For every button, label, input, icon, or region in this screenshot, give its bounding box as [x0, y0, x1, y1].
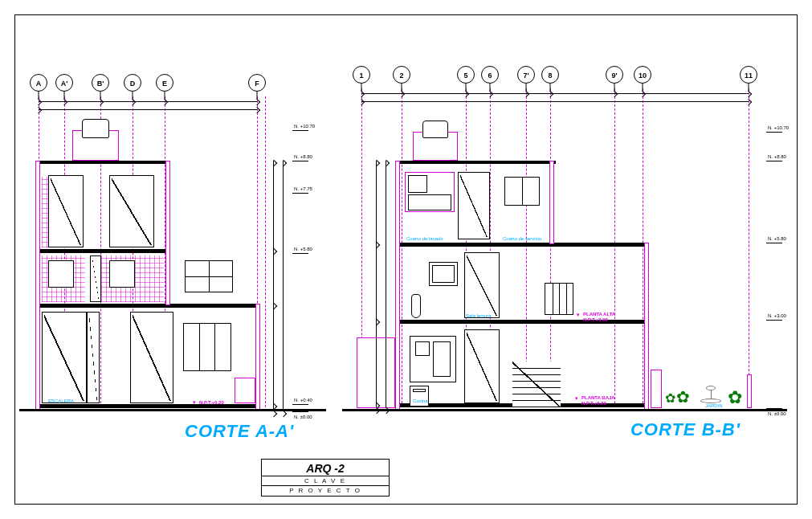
ground-line	[342, 409, 787, 411]
door	[90, 255, 101, 302]
room-label: Cocina	[413, 398, 428, 403]
plant-icon: ✿	[676, 387, 690, 407]
plant-icon: ✿	[728, 387, 742, 408]
level-label: N. +3.00	[768, 313, 786, 318]
water-tank-icon	[422, 121, 448, 138]
tile-hatch	[42, 177, 48, 247]
npt-label: N.P.T.+3.00	[583, 317, 608, 322]
window	[185, 260, 233, 292]
door	[464, 252, 500, 318]
sheet-clave: C L A V E	[262, 476, 389, 486]
door	[109, 175, 154, 247]
npt-marker-icon: ▾	[193, 399, 196, 406]
level-line	[292, 130, 308, 131]
dim-row-top	[39, 101, 257, 102]
gridline-11	[749, 88, 749, 411]
slab-floor3	[35, 249, 170, 253]
gridline-2	[402, 88, 402, 411]
level-line	[766, 243, 782, 243]
staircase	[512, 362, 561, 407]
toilet-icon	[411, 294, 421, 318]
wall-left	[395, 161, 400, 410]
level-line	[292, 193, 308, 194]
level-label: N. ±0.00	[294, 415, 312, 419]
glazed-door	[87, 312, 100, 403]
dim-vert	[376, 161, 377, 408]
wall-mid-top	[549, 161, 554, 244]
room-label: JARDIN	[705, 403, 723, 408]
wall-mid	[165, 161, 170, 305]
slab-roof	[35, 161, 170, 164]
window-grid	[109, 260, 135, 288]
room-label: Sala lectura	[466, 313, 492, 318]
dim-vert2	[283, 161, 284, 411]
ground-line	[19, 409, 326, 411]
dim-row-top	[361, 93, 749, 94]
wall-right	[644, 243, 649, 410]
stove-icon	[410, 386, 429, 407]
level-label: N. +10.70	[294, 124, 315, 129]
grid-bubble-1: 1	[353, 66, 370, 84]
level-label: N. +0.40	[294, 398, 312, 403]
npt-marker-icon: ▾	[577, 312, 580, 318]
cabinet	[408, 175, 427, 193]
water-tank-icon	[82, 119, 109, 138]
counter	[235, 378, 255, 403]
door	[130, 312, 173, 403]
grid-bubble-a2: A'	[55, 74, 73, 92]
grid-bubble-8: 8	[541, 66, 559, 84]
ext-line	[265, 96, 266, 411]
level-line	[292, 253, 308, 254]
title-block: ARQ -2 C L A V E P R O Y E C T O	[261, 459, 390, 497]
level-line	[766, 320, 782, 321]
room-label: Cuarto de lavado	[406, 236, 443, 241]
fountain-icon	[700, 386, 721, 403]
level-line	[766, 132, 782, 133]
npt-label: N.P.T.+0.20	[199, 400, 224, 405]
slab-l3	[395, 243, 649, 247]
grid-bubble-11: 11	[740, 66, 757, 84]
drawing-sheet: A A' B' D E F	[0, 0, 812, 519]
section-title-a: CORTE A-A'	[185, 421, 294, 442]
level-line	[766, 161, 782, 161]
room-label: Cuarto de servicio	[503, 236, 541, 241]
grid-bubble-7: 7'	[517, 66, 535, 84]
grid-bubble-b: B'	[92, 74, 109, 92]
grid-bubble-a: A	[30, 74, 47, 92]
grid-bubble-2: 2	[393, 66, 410, 84]
grid-bubble-6: 6	[481, 66, 499, 84]
wall-left	[35, 161, 40, 411]
level-label: N. +7.75	[294, 186, 312, 191]
level-label: N. +8.80	[768, 154, 786, 159]
slab-floor2	[35, 304, 260, 308]
level-label: N. +10.70	[768, 125, 789, 130]
kitchen-upper	[410, 336, 456, 382]
glazed-door	[42, 312, 87, 403]
planter-wall	[651, 370, 662, 408]
sheet-code: ARQ -2	[262, 460, 389, 476]
balustrade	[545, 283, 573, 315]
mirror	[429, 262, 458, 286]
wall-right	[255, 304, 260, 410]
stone-texture	[103, 312, 124, 405]
grid-bubble-d: D	[124, 74, 141, 92]
npt-marker-icon: ▾	[575, 395, 578, 402]
grid-bubble-5: 5	[457, 66, 475, 84]
npt-label: N.P.T.+0.20	[581, 401, 606, 406]
level-line	[292, 161, 308, 161]
grid-bubble-f: F	[248, 74, 266, 92]
window-grid	[48, 260, 74, 288]
level-label: N. +5.80	[294, 247, 312, 251]
level-label-pa: PLANTA ALTA	[583, 312, 615, 317]
level-line	[292, 411, 308, 412]
slab-l2	[395, 320, 649, 324]
section-bb: 1 2 5 6 7' 8 9' 10 11	[345, 104, 795, 450]
cabinet	[408, 194, 451, 210]
window	[183, 323, 231, 371]
dim-row-top2	[361, 101, 749, 102]
slab-roof	[395, 161, 556, 164]
room-label: ESCALERA	[48, 398, 74, 403]
door	[464, 329, 500, 403]
door	[458, 172, 490, 239]
dim-vert2	[386, 161, 386, 408]
